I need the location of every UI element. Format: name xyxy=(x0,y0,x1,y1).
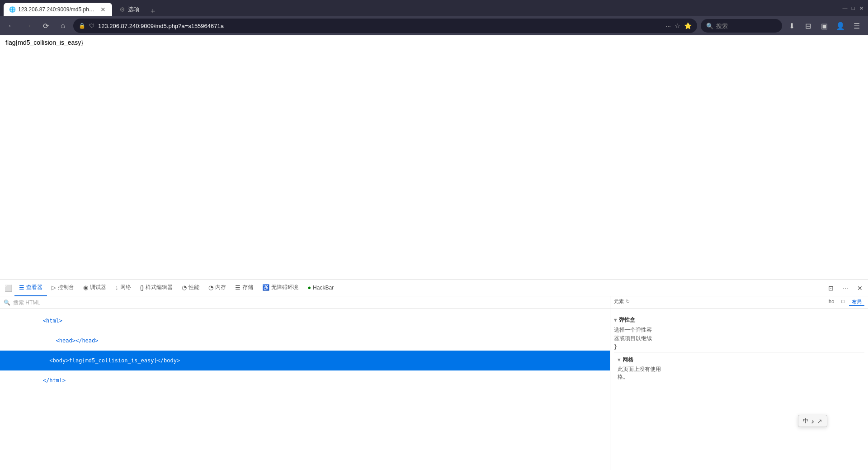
grid-panel: ▼ 网格 此页面上没有使用格。 xyxy=(614,352,864,385)
address-bar[interactable]: 🔒 🛡 ··· ☆ ⭐ xyxy=(73,19,697,33)
new-tab-button[interactable]: + xyxy=(147,7,159,16)
debugger-icon: ◉ xyxy=(83,284,88,291)
etp-icon: 🛡 xyxy=(89,23,94,29)
flexbox-collapse-icon[interactable]: ▼ xyxy=(614,317,617,323)
url-input[interactable] xyxy=(98,23,662,29)
flexbox-content: 选择一个弹性容器或项目以继续} xyxy=(614,326,864,352)
translation-play-button[interactable]: ♪ xyxy=(811,418,814,425)
styles-panel: 元素 ↻ :ho □ 布局 ▼ 弹性盒 xyxy=(610,296,868,470)
tab-accessibility[interactable]: ♿ 无障碍环境 xyxy=(258,280,303,296)
tab-hackbar[interactable]: ● HackBar xyxy=(303,280,338,296)
html-content: <html> <head></head> <body>flag{md5_coll… xyxy=(0,309,610,470)
html-line-html-close[interactable]: </html> xyxy=(0,370,610,390)
html-search-input[interactable] xyxy=(13,299,606,306)
style-editor-label: 样式编辑器 xyxy=(146,284,173,291)
tab-title: 123.206.87.240:9009/md5.php?a=... xyxy=(18,6,97,13)
devtools-toolbar-right: ⊡ ··· ✕ xyxy=(825,282,866,294)
search-box[interactable]: 🔍 xyxy=(701,19,782,33)
reload-button[interactable]: ⟳ xyxy=(39,19,52,33)
tab-network[interactable]: ↕ 网络 xyxy=(111,280,136,296)
html-search-icon: 🔍 xyxy=(4,299,10,306)
tab-favicon: 🌐 xyxy=(9,6,15,13)
debugger-label: 调试器 xyxy=(90,284,106,291)
grid-section-header: ▼ 网格 xyxy=(618,356,861,364)
hackbar-icon: ● xyxy=(307,284,311,291)
element-refresh-icon[interactable]: ↻ xyxy=(626,299,630,304)
tab-inspector[interactable]: ☰ 查看器 xyxy=(14,280,47,296)
options-tab-label: 选项 xyxy=(128,5,140,14)
nav-bar: ← → ⟳ ⌂ 🔒 🛡 ··· ☆ ⭐ 🔍 ⬇ ⊟ ▣ 👤 ☰ xyxy=(0,16,868,35)
options-tab-icon: ⚙ xyxy=(119,6,125,13)
network-label: 网络 xyxy=(120,284,131,291)
back-button[interactable]: ← xyxy=(5,19,18,33)
tab-bar: 🌐 123.206.87.240:9009/md5.php?a=... ✕ ⚙ … xyxy=(4,0,836,16)
security-icon: 🔒 xyxy=(79,23,85,29)
styles-content: ▼ 弹性盒 选择一个弹性容器或项目以继续} ▼ 网格 此页面上没有使用格。 xyxy=(610,309,868,470)
styles-panel-toolbar: 元素 ↻ :ho □ 布局 xyxy=(610,296,868,309)
translation-open-button[interactable]: ↗ xyxy=(817,418,822,425)
pick-element-button[interactable]: ⬜ xyxy=(2,282,14,294)
accessibility-icon: ♿ xyxy=(262,284,269,291)
translation-box[interactable]: 中 ♪ ↗ xyxy=(798,415,827,427)
more-options-icon[interactable]: ··· xyxy=(665,22,671,29)
tab-storage[interactable]: ☰ 存储 xyxy=(231,280,258,296)
tab-style-editor[interactable]: {} 样式编辑器 xyxy=(136,280,178,296)
devtools-close-button[interactable]: ✕ xyxy=(854,282,866,294)
minimize-button[interactable]: — xyxy=(842,5,848,11)
inspector-icon: ☰ xyxy=(19,284,24,291)
home-button[interactable]: ⌂ xyxy=(56,19,70,33)
html-line-html-open[interactable]: <html> xyxy=(0,311,610,331)
devtools-more-button[interactable]: ··· xyxy=(839,282,852,294)
tab-md5[interactable]: 🌐 123.206.87.240:9009/md5.php?a=... ✕ xyxy=(4,3,112,16)
maximize-button[interactable]: □ xyxy=(850,5,856,11)
tab-console[interactable]: ▷ 控制台 xyxy=(47,280,79,296)
styles-element-section: 元素 ↻ xyxy=(614,298,630,305)
browser-window: 🌐 123.206.87.240:9009/md5.php?a=... ✕ ⚙ … xyxy=(0,0,868,470)
accessibility-label: 无障碍环境 xyxy=(271,284,298,291)
synced-tabs-button[interactable]: ⊟ xyxy=(801,19,815,33)
devtools-body: 🔍 <html> <head></head> <body>flag{md5_co… xyxy=(0,296,868,470)
account-button[interactable]: 👤 xyxy=(834,19,847,33)
search-icon: 🔍 xyxy=(706,23,713,29)
title-bar: 🌐 123.206.87.240:9009/md5.php?a=... ✕ ⚙ … xyxy=(0,0,868,16)
search-input[interactable] xyxy=(716,23,770,29)
console-icon: ▷ xyxy=(52,284,56,291)
address-actions: ··· ☆ ⭐ xyxy=(665,22,692,29)
flexbox-label: 弹性盒 xyxy=(619,316,635,324)
download-button[interactable]: ⬇ xyxy=(785,19,798,33)
container-button[interactable]: ▣ xyxy=(817,19,831,33)
star-icon[interactable]: ⭐ xyxy=(684,22,692,29)
memory-icon: ◔ xyxy=(208,284,213,291)
styles-tab-hover[interactable]: :ho xyxy=(825,299,837,306)
console-label: 控制台 xyxy=(58,284,74,291)
devtools-panel: ⬜ ☰ 查看器 ▷ 控制台 ◉ 调试器 ↕ 网络 {} 样式编辑器 xyxy=(0,280,868,470)
tab-performance[interactable]: ◔ 性能 xyxy=(177,280,204,296)
tab-memory[interactable]: ◔ 内存 xyxy=(204,280,231,296)
hackbar-label: HackBar xyxy=(313,285,334,291)
tab-debugger[interactable]: ◉ 调试器 xyxy=(79,280,111,296)
html-line-head[interactable]: <head></head> xyxy=(0,331,610,351)
styles-tab-layout[interactable]: 布局 xyxy=(849,299,864,306)
page-content: flag{md5_collision_is_easy} xyxy=(0,35,868,280)
storage-label: 存储 xyxy=(242,284,253,291)
styles-tabs: :ho □ 布局 xyxy=(825,299,864,306)
html-panel: 🔍 <html> <head></head> <body>flag{md5_co… xyxy=(0,296,610,470)
devtools-dock-button[interactable]: ⊡ xyxy=(825,282,837,294)
options-tab[interactable]: ⚙ 选项 xyxy=(112,3,147,16)
flag-text: flag{md5_collision_is_easy} xyxy=(5,39,863,46)
grid-label: 网格 xyxy=(623,356,633,364)
close-button[interactable]: ✕ xyxy=(858,5,864,11)
bookmark-icon[interactable]: ☆ xyxy=(675,22,680,29)
network-icon: ↕ xyxy=(115,284,118,291)
window-controls: — □ ✕ xyxy=(842,5,864,11)
grid-collapse-icon[interactable]: ▼ xyxy=(618,357,621,363)
forward-button[interactable]: → xyxy=(22,19,35,33)
menu-button[interactable]: ☰ xyxy=(850,19,863,33)
styles-tab-box[interactable]: □ xyxy=(839,299,847,306)
performance-icon: ◔ xyxy=(182,284,187,291)
html-line-body[interactable]: <body>flag{md5_collision_is_easy}</body> xyxy=(0,351,610,370)
inspector-label: 查看器 xyxy=(26,284,42,291)
memory-label: 内存 xyxy=(215,284,226,291)
devtools-toolbar: ⬜ ☰ 查看器 ▷ 控制台 ◉ 调试器 ↕ 网络 {} 样式编辑器 xyxy=(0,280,868,296)
tab-close-icon[interactable]: ✕ xyxy=(99,6,107,13)
